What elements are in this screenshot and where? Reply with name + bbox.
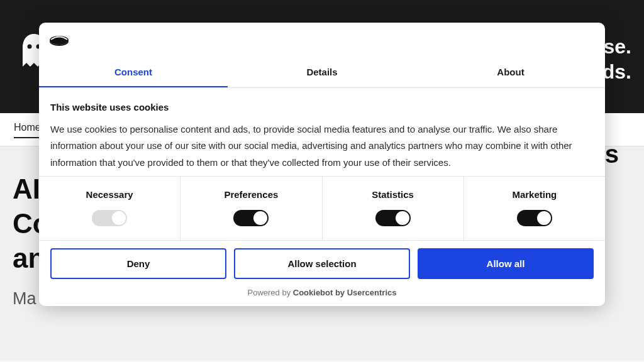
category-label-marketing: Marketing xyxy=(469,189,600,200)
cookiebot-icon xyxy=(49,34,69,49)
modal-body: This website uses cookies We use cookies… xyxy=(39,88,605,176)
tab-details[interactable]: Details xyxy=(228,57,416,87)
category-preferences: Preferences xyxy=(180,177,322,240)
modal-tabs: Consent Details About xyxy=(39,57,605,88)
tab-consent[interactable]: Consent xyxy=(39,57,228,87)
cookies-title: This website uses cookies xyxy=(50,102,594,112)
modal-logo xyxy=(39,23,605,52)
powered-brand: Cookiebot by Usercentrics xyxy=(293,288,397,297)
category-statistics: Statistics xyxy=(323,177,464,240)
allow-all-button[interactable]: Allow all xyxy=(418,248,594,279)
allow-selection-button[interactable]: Allow selection xyxy=(234,248,410,279)
category-label-preferences: Preferences xyxy=(186,189,316,200)
toggle-statistics[interactable] xyxy=(375,210,411,226)
toggle-knob xyxy=(112,211,126,225)
powered-prefix: Powered by xyxy=(248,288,293,297)
category-label-necessary: Necessary xyxy=(44,189,175,200)
tab-about[interactable]: About xyxy=(416,57,605,87)
modal-buttons: Deny Allow selection Allow all xyxy=(39,240,605,282)
cookie-categories: Necessary Preferences Statistics Marketi… xyxy=(39,176,605,240)
toggle-marketing[interactable] xyxy=(517,210,552,226)
cookies-description: We use cookies to personalise content an… xyxy=(50,121,594,171)
toggle-knob xyxy=(253,211,267,225)
category-marketing: Marketing xyxy=(464,177,605,240)
toggle-preferences[interactable] xyxy=(233,210,269,226)
category-necessary: Necessary xyxy=(39,177,180,240)
category-label-statistics: Statistics xyxy=(328,189,458,200)
cookie-modal: Consent Details About This website uses … xyxy=(39,23,605,306)
toggle-necessary xyxy=(92,210,127,226)
toggle-knob xyxy=(537,211,551,225)
modal-overlay: Consent Details About This website uses … xyxy=(0,0,644,362)
powered-by[interactable]: Powered by Cookiebot by Usercentrics xyxy=(39,282,605,306)
toggle-knob xyxy=(396,211,409,225)
deny-button[interactable]: Deny xyxy=(50,248,226,279)
